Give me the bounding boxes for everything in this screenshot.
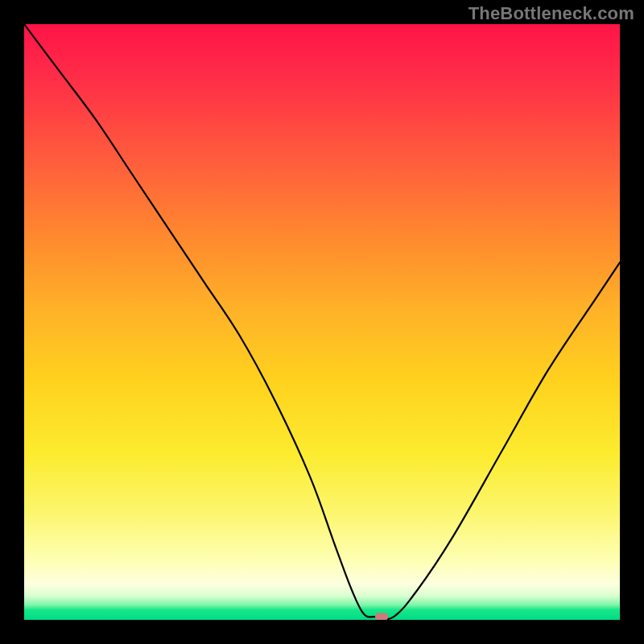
chart-frame: TheBottleneck.com xyxy=(0,0,644,644)
watermark-text: TheBottleneck.com xyxy=(469,3,634,24)
bottleneck-curve xyxy=(24,24,620,620)
plot-area xyxy=(24,24,620,620)
minimum-marker xyxy=(375,613,388,620)
